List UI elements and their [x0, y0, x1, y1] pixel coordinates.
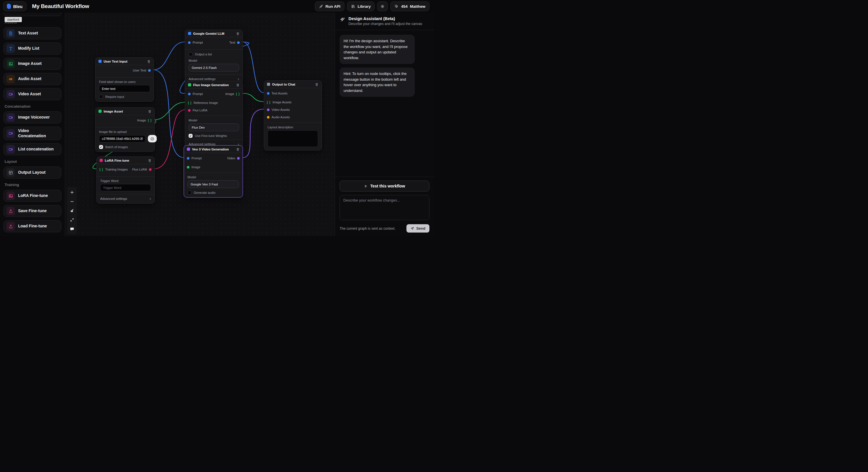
sidebar-item-list-concatenation[interactable]: List concatenation	[3, 143, 61, 155]
node-header[interactable]: Output to Chat	[264, 81, 321, 88]
sidebar-item-save-fine-tune[interactable]: Save Fine-tune	[3, 205, 61, 217]
edge-veo-video-to-chat-video-assets[interactable]	[243, 109, 264, 158]
sidebar-item-video-concatenation[interactable]: Video Concatenation	[3, 127, 61, 140]
delete-node-icon[interactable]	[236, 32, 240, 35]
zoom-out-button[interactable]	[68, 198, 76, 205]
list-input-handle[interactable]: [ ]	[100, 168, 103, 171]
output-port-label: User Text	[133, 69, 146, 72]
output-handle[interactable]	[148, 69, 151, 72]
node-google-gemini-llm[interactable]: Google Gemini LLM Prompt Text Output a l…	[185, 30, 243, 84]
run-api-button[interactable]: Run API	[315, 1, 344, 11]
sidebar-item-load-fine-tune[interactable]: Load Fine-tune	[3, 220, 61, 232]
delete-node-icon[interactable]	[315, 82, 319, 86]
input-handle[interactable]	[187, 166, 189, 169]
node-divider	[96, 77, 154, 78]
delete-node-icon[interactable]	[147, 59, 151, 63]
send-button[interactable]: Send	[406, 224, 429, 233]
model-select[interactable]: Google Veo 3 Fast	[187, 180, 239, 188]
sidebar-item-image-voiceover[interactable]: Image Voiceover	[3, 111, 61, 123]
output-a-list-checkbox[interactable]	[189, 52, 193, 56]
sidebar-item-audio-asset[interactable]: Audio Asset	[3, 73, 61, 85]
input-handle[interactable]	[267, 109, 270, 111]
input-port-label: Flux LoRA	[193, 109, 207, 112]
lock-button[interactable]	[68, 207, 76, 214]
node-user-text-input[interactable]: User Text Input User Text Field label sh…	[95, 57, 154, 101]
sun-icon	[380, 4, 384, 9]
list-output-handle[interactable]: [ ]	[236, 92, 240, 96]
use-fine-tune-weights-checkbox[interactable]: ✓	[189, 134, 193, 138]
input-handle[interactable]	[187, 157, 189, 159]
list-output-handle[interactable]: [ ]	[148, 119, 152, 122]
logo-button[interactable]: Bleu	[3, 1, 26, 11]
tooltips-toggle-button[interactable]	[68, 225, 76, 233]
list-input-handle[interactable]: [ ]	[267, 101, 270, 104]
palette-search-input[interactable]	[3, 12, 61, 16]
sidebar-item-video-asset[interactable]: Video Asset	[3, 88, 61, 100]
field-value-input[interactable]	[99, 85, 150, 92]
input-handle[interactable]	[267, 116, 270, 119]
upload-icon	[6, 222, 15, 231]
layout-description-textarea[interactable]	[268, 130, 318, 147]
edge-usertext-to-veo-prompt[interactable]	[154, 70, 184, 158]
edge-gemini-text-to-chat-text-assets[interactable]	[243, 42, 264, 93]
input-handle[interactable]	[188, 109, 191, 112]
node-header[interactable]: Flux Image Generation	[185, 81, 243, 89]
model-select[interactable]: Gemini 2.5 Flash	[189, 64, 239, 71]
delete-node-icon[interactable]	[236, 147, 240, 151]
input-handle[interactable]	[267, 92, 270, 95]
node-veo-3-video-generation[interactable]: Veo 3 Video Generation Prompt Video Imag…	[184, 145, 243, 198]
confirm-upload-button[interactable]	[148, 135, 157, 142]
node-header[interactable]: LoRA Fine-tune	[97, 157, 154, 164]
sidebar-item-lora-fine-tune[interactable]: LoRA Fine-tune	[3, 190, 61, 202]
test-workflow-button[interactable]: Test this workflow	[340, 181, 429, 191]
sidebar-item-output-layout[interactable]: Output Layout	[3, 167, 61, 179]
node-header[interactable]: Veo 3 Video Generation	[184, 146, 243, 153]
theme-toggle-button[interactable]	[377, 1, 388, 11]
sidebar-item-image-asset[interactable]: Image Asset	[3, 58, 61, 70]
input-port-label: Audio Assets	[272, 115, 290, 119]
edge-flux-image-to-chat-image-assets[interactable]	[243, 93, 264, 101]
library-button[interactable]: Library	[347, 1, 375, 11]
node-header[interactable]: User Text Input	[96, 58, 154, 65]
advanced-settings-toggle[interactable]: Advanced settings ›	[97, 195, 154, 201]
account-button[interactable]: 454 Matthew	[391, 1, 429, 11]
context-note: The current graph is sent as context.	[340, 227, 396, 231]
generate-audio-checkbox[interactable]	[187, 190, 191, 195]
node-output-to-chat[interactable]: Output to Chat Text Assets [ ]Image Asse…	[264, 80, 322, 150]
output-handle[interactable]	[149, 168, 152, 171]
delete-node-icon[interactable]	[148, 158, 152, 162]
advanced-settings-toggle[interactable]: Advanced settings ›	[185, 75, 243, 82]
design-assistant-panel: Design Assistant (Beta) Describe your ch…	[335, 12, 434, 236]
node-divider	[184, 173, 243, 173]
model-select[interactable]: Flux Dev	[189, 123, 239, 131]
delete-node-icon[interactable]	[148, 109, 152, 113]
output-port-label: Video	[227, 156, 235, 160]
library-label: Library	[358, 4, 371, 9]
input-handle[interactable]	[188, 93, 191, 95]
node-header[interactable]: Image Asset	[96, 108, 154, 115]
edge-lora-to-flux-lora[interactable]	[155, 110, 185, 169]
trigger-word-input[interactable]	[100, 184, 151, 191]
edge-usertext-to-gemini-prompt[interactable]	[154, 42, 185, 70]
delete-node-icon[interactable]	[236, 83, 240, 87]
sidebar-item-modify-list[interactable]: Modify List	[3, 42, 61, 55]
port-row: Text Assets	[264, 88, 321, 98]
fit-view-button[interactable]	[68, 216, 76, 224]
workflow-editor-app: Bleu My Beautiful Workflow Run API Libra…	[0, 0, 434, 236]
list-input-handle[interactable]: [ ]	[188, 101, 191, 105]
output-handle[interactable]	[237, 41, 240, 44]
batch-of-images-checkbox[interactable]: ✓	[99, 145, 103, 149]
node-image-asset[interactable]: Image Asset Image[ ] Image file to uploa…	[95, 107, 155, 152]
edge-imageasset-to-flux-reference[interactable]	[155, 102, 185, 120]
node-lora-fine-tune[interactable]: LoRA Fine-tune [ ]Training Images Flux L…	[96, 156, 155, 204]
workflow-canvas[interactable]: User Text Input User Text Field label sh…	[65, 12, 335, 236]
require-input-checkbox[interactable]	[99, 95, 103, 99]
output-handle[interactable]	[237, 157, 240, 159]
input-handle[interactable]	[188, 41, 191, 44]
zoom-in-button[interactable]	[68, 188, 76, 196]
node-header[interactable]: Google Gemini LLM	[185, 30, 243, 37]
sidebar-item-text-asset[interactable]: Text Asset	[3, 27, 61, 39]
file-id-input[interactable]	[99, 135, 146, 142]
node-flux-image-generation[interactable]: Flux Image Generation Prompt Image[ ] [ …	[185, 81, 243, 149]
workflow-changes-input[interactable]	[340, 195, 429, 220]
